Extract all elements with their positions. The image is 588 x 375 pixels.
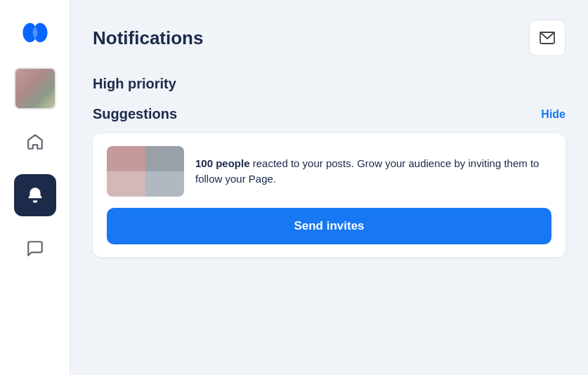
image-cell-1 — [107, 146, 145, 171]
image-cell-2 — [145, 146, 184, 171]
page-title: Notifications — [93, 27, 203, 49]
main-content: Notifications High priority Suggestions … — [70, 0, 588, 375]
mail-icon — [539, 29, 556, 46]
meta-logo-icon — [17, 14, 53, 51]
suggestions-title: Suggestions — [93, 106, 177, 122]
sidebar — [0, 0, 70, 375]
sidebar-avatar[interactable] — [14, 67, 56, 110]
high-priority-title: High priority — [93, 76, 566, 92]
mail-button[interactable] — [529, 20, 566, 56]
image-cell-3 — [107, 171, 145, 197]
header-row: Notifications — [93, 20, 566, 56]
hide-link[interactable]: Hide — [541, 108, 566, 121]
suggestion-content: 100 people reacted to your posts. Grow y… — [107, 146, 551, 197]
suggestion-image — [107, 146, 184, 197]
suggestion-description: 100 people reacted to your posts. Grow y… — [195, 156, 551, 188]
suggestion-bold-text: 100 people — [195, 157, 250, 169]
send-invites-button[interactable]: Send invites — [107, 208, 551, 244]
sidebar-item-home[interactable] — [14, 121, 56, 163]
image-cell-4 — [145, 171, 184, 197]
high-priority-section: High priority — [93, 76, 566, 106]
suggestions-section: Suggestions Hide 100 people reacted to y… — [93, 106, 566, 257]
suggestion-card: 100 people reacted to your posts. Grow y… — [93, 133, 566, 257]
sidebar-item-messages[interactable] — [14, 228, 56, 270]
suggestions-header: Suggestions Hide — [93, 106, 566, 122]
sidebar-item-notifications[interactable] — [14, 174, 56, 216]
